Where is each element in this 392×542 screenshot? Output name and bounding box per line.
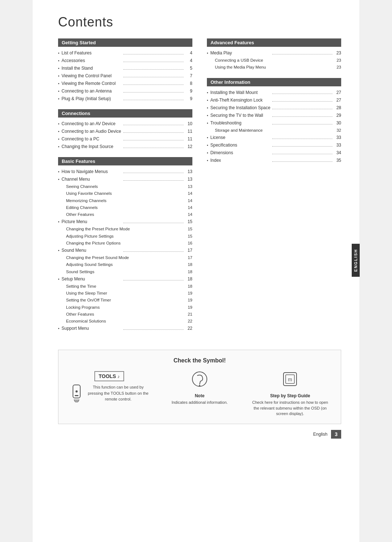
sub-label: Storage and Maintenance (215, 127, 334, 134)
symbol-step-guide: m Step by Step Guide Check here for inst… (250, 371, 330, 416)
toc-label: License (211, 134, 271, 141)
symbols-row: TOOLS ♪ This function can be used by pre… (69, 371, 330, 416)
section-header-connections: Connections (58, 109, 192, 118)
bullet: • (207, 120, 208, 126)
toc-item: • Connecting to an Audio Device 11 (58, 128, 192, 135)
footer: English 3 (58, 430, 341, 439)
toc-label: Connecting to an Antenna (62, 88, 122, 94)
sub-item: Storage and Maintenance 32 (215, 127, 341, 134)
sub-label: Other Features (66, 311, 185, 317)
toc-item: • License 33 (207, 134, 341, 141)
toc-label: Installing the Wall Mount (211, 89, 271, 96)
toc-page: 33 (334, 142, 341, 148)
toc-label: Sound Menu (62, 247, 122, 254)
bullet: • (58, 169, 60, 174)
toc-item: • Anti-Theft Kensington Lock 27 (207, 97, 341, 103)
sub-page: 19 (185, 297, 192, 303)
toc-page: 28 (334, 104, 341, 111)
sub-label: Memorizing Channels (66, 198, 185, 204)
bullet: • (207, 90, 208, 95)
toc-label: Changing the Input Source (62, 143, 122, 150)
bullet: • (58, 177, 60, 182)
toc-dots (123, 329, 184, 330)
toc-dots (123, 280, 184, 280)
bullet: • (58, 219, 60, 225)
svg-point-4 (199, 385, 200, 386)
sub-page: 14 (185, 205, 192, 211)
tools-icon-row: This function can be used by pressing th… (69, 384, 149, 405)
toc-item: • Dimensions 34 (207, 149, 341, 156)
sub-page: 14 (185, 198, 192, 204)
sub-item: Editing Channels 14 (66, 205, 192, 211)
sub-page: 19 (185, 304, 192, 311)
toc-dots (272, 94, 332, 94)
toc-dots (272, 154, 332, 154)
note-desc: Indicates additional information. (172, 400, 228, 405)
toc-label: Connecting to an Audio Device (62, 128, 122, 135)
toc-dots (123, 77, 184, 77)
toc-page: 27 (334, 89, 341, 96)
section-connections: Connections • Connecting to an AV Device… (58, 109, 192, 150)
sub-label: Setting the On/Off Timer (66, 297, 185, 303)
bullet: • (58, 58, 60, 63)
bullet: • (58, 96, 60, 102)
sub-page: 14 (185, 212, 192, 218)
toc-page: 35 (334, 157, 341, 164)
toc-page: 33 (334, 134, 341, 141)
right-column: Advanced Features • Media Play 23 Connec… (207, 38, 341, 339)
toc-dots (123, 125, 184, 125)
bullet: • (207, 98, 208, 103)
sub-page: 23 (334, 57, 341, 63)
section-other-information: Other Information • Installing the Wall … (207, 78, 341, 164)
bullet: • (58, 121, 60, 127)
toc-dots (123, 251, 184, 252)
sub-label: Editing Channels (66, 205, 185, 211)
toc-dots (123, 173, 184, 173)
sub-item: Economical Solutions 22 (66, 318, 192, 324)
toc-item: • Media Play 23 (207, 50, 341, 56)
toc-dots (123, 148, 184, 148)
note-icon (192, 371, 208, 390)
toc-dots (272, 139, 332, 139)
step-guide-icon: m (282, 371, 298, 390)
sub-page: 14 (185, 190, 192, 197)
bullet: • (207, 158, 208, 163)
toc-label: Plug & Play (Initial Setup) (62, 95, 122, 102)
toc-page: 23 (334, 50, 341, 56)
svg-rect-2 (75, 395, 78, 396)
sub-item: Seeing Channels 13 (66, 184, 192, 190)
toc-dots (123, 180, 184, 181)
toc-label: Index (211, 157, 271, 164)
toc-label: Dimensions (211, 149, 271, 156)
toc-page: 30 (334, 120, 341, 126)
toc-item: • Connecting to an AV Device 10 (58, 120, 192, 127)
toc-page: 17 (185, 247, 192, 254)
bullet: • (207, 135, 208, 140)
toc-item: • Index 35 (207, 157, 341, 164)
sub-item: Adjusting Sound Settings 18 (66, 262, 192, 268)
toc-item: • How to Navigate Menus 13 (58, 168, 192, 175)
toc-dots (123, 85, 184, 85)
toc-item: • Install the Stand 5 (58, 65, 192, 71)
toc-page: 18 (185, 276, 192, 282)
sub-label: Changing the Preset Picture Mode (66, 226, 185, 232)
tools-icon: TOOLS (99, 373, 116, 379)
sub-label: Using the Media Play Menu (215, 64, 334, 70)
toc-item: • Changing the Input Source 12 (58, 143, 192, 150)
bullet: • (58, 326, 60, 331)
sub-page: 18 (185, 269, 192, 275)
tools-music-icon: ♪ (118, 374, 120, 379)
sub-item: Setting the Time 18 (66, 283, 192, 290)
toc-label: Channel Menu (62, 176, 122, 182)
sub-label: Adjusting Picture Settings (66, 233, 185, 239)
toc-page: 4 (185, 57, 192, 64)
sub-page: 15 (185, 233, 192, 239)
toc-dots (272, 146, 332, 147)
sub-label: Economical Solutions (66, 318, 185, 324)
toc-page: 13 (185, 168, 192, 175)
toc-page: 7 (185, 73, 192, 79)
toc-page: 22 (185, 325, 192, 332)
sub-item: Using the Media Play Menu 23 (215, 64, 341, 70)
toc-page: 5 (185, 65, 192, 71)
note-label: Note (195, 393, 205, 398)
